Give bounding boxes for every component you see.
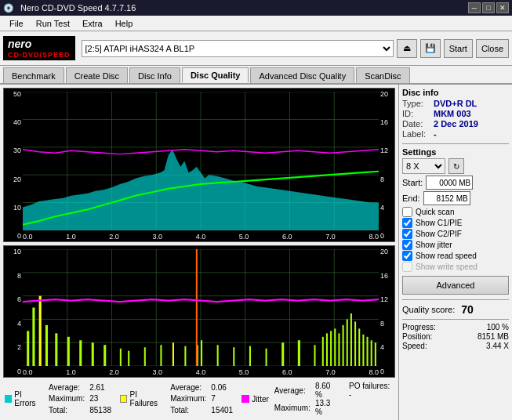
close-app-button[interactable]: Close bbox=[476, 39, 509, 58]
speed-row: Speed: 3.44 X bbox=[402, 342, 509, 350]
pi-failures-stats: Average:0.06 Maximum:7 Total:15401 bbox=[168, 382, 235, 416]
tab-disc-info[interactable]: Disc Info bbox=[129, 67, 180, 83]
progress-row: Progress: 100 % bbox=[402, 323, 509, 331]
jitter-color bbox=[241, 395, 249, 403]
quality-score-value: 70 bbox=[461, 303, 474, 316]
chart-pi-failures: 1086420 201612840 bbox=[3, 245, 395, 378]
pif-max-value: 7 bbox=[209, 393, 235, 405]
menu-help[interactable]: Help bbox=[109, 17, 140, 30]
chart2-y-left: 1086420 bbox=[4, 246, 23, 377]
show-c2pif-label: Show C2/PIF bbox=[416, 230, 462, 238]
disc-type-value: DVD+R DL bbox=[434, 99, 477, 108]
jit-avg-value: 8.60 % bbox=[313, 382, 340, 399]
app-icon: 💿 bbox=[3, 3, 14, 13]
drive-selector[interactable]: [2:5] ATAPI iHAS324 A BL1P bbox=[82, 40, 394, 57]
maximize-button[interactable]: □ bbox=[482, 2, 495, 13]
end-row: End: bbox=[402, 191, 509, 205]
quality-score-section: Quality score: 70 bbox=[402, 303, 509, 316]
svg-rect-48 bbox=[266, 349, 267, 366]
show-read-checkbox[interactable] bbox=[402, 251, 412, 261]
disc-id-value: MKM 003 bbox=[434, 109, 471, 118]
menu-run-test[interactable]: Run Test bbox=[30, 17, 76, 30]
tab-benchmark[interactable]: Benchmark bbox=[3, 67, 64, 83]
quick-scan-checkbox[interactable] bbox=[402, 207, 412, 217]
chart-pi-errors: 50403020100 201612840 bbox=[3, 88, 395, 242]
window-title: Nero CD-DVD Speed 4.7.7.16 bbox=[20, 3, 467, 13]
chart1-x-labels: 0.01.02.03.04.05.06.07.08.0 bbox=[23, 233, 379, 241]
pi-errors-legend: PI Errors bbox=[5, 382, 43, 416]
position-label: Position: bbox=[402, 332, 432, 341]
advanced-button[interactable]: Advanced bbox=[402, 276, 509, 295]
svg-rect-28 bbox=[32, 307, 34, 366]
position-value: 8151 MB bbox=[478, 332, 509, 341]
speed-label: Speed: bbox=[402, 342, 427, 350]
svg-rect-57 bbox=[343, 325, 344, 366]
chart2-inner bbox=[23, 249, 379, 366]
jit-max-value: 13.3 % bbox=[313, 399, 340, 416]
jitter-label: Jitter bbox=[252, 395, 269, 404]
show-read-label: Show read speed bbox=[416, 252, 477, 260]
tab-advanced-disc-quality[interactable]: Advanced Disc Quality bbox=[250, 67, 354, 83]
disc-id-label: ID: bbox=[402, 109, 430, 118]
show-c1pie-label: Show C1/PIE bbox=[416, 219, 462, 227]
menu-file[interactable]: File bbox=[3, 17, 30, 30]
pi-errors-group: PI Errors Average:2.61 Maximum:23 Total:… bbox=[5, 382, 114, 416]
disc-date-row: Date: 2 Dec 2019 bbox=[402, 119, 509, 129]
po-failures-label: PO failures: bbox=[349, 382, 390, 390]
tab-scan-disc[interactable]: ScanDisc bbox=[356, 67, 409, 83]
menu-extra[interactable]: Extra bbox=[76, 17, 109, 30]
titlebar: 💿 Nero CD-DVD Speed 4.7.7.16 ─ □ ✕ bbox=[0, 0, 512, 16]
pif-total-label: Total: bbox=[168, 404, 209, 416]
svg-rect-31 bbox=[55, 333, 57, 366]
svg-rect-64 bbox=[371, 340, 372, 366]
right-panel: Disc info Type: DVD+R DL ID: MKM 003 Dat… bbox=[398, 85, 512, 420]
speed-selector[interactable]: 8 X bbox=[402, 158, 445, 174]
jitter-group: Jitter Average:8.60 % Maximum:13.3 % bbox=[241, 382, 340, 416]
svg-rect-44 bbox=[201, 340, 202, 366]
show-jitter-checkbox[interactable] bbox=[402, 240, 412, 250]
tab-bar: Benchmark Create Disc Disc Info Disc Qua… bbox=[0, 66, 512, 85]
svg-rect-52 bbox=[322, 337, 324, 366]
minimize-button[interactable]: ─ bbox=[468, 2, 481, 13]
svg-rect-49 bbox=[281, 342, 284, 366]
svg-rect-60 bbox=[354, 321, 356, 366]
speed-value: 3.44 X bbox=[486, 342, 509, 350]
jit-max-label: Maximum: bbox=[272, 399, 313, 416]
end-label: End: bbox=[402, 194, 420, 203]
svg-rect-36 bbox=[120, 349, 122, 366]
save-button[interactable]: 💾 bbox=[420, 39, 441, 58]
refresh-button[interactable]: ↻ bbox=[448, 158, 464, 174]
pi-total-label: Total: bbox=[46, 404, 87, 416]
svg-rect-27 bbox=[27, 331, 29, 366]
show-c2pif-checkbox[interactable] bbox=[402, 229, 412, 239]
progress-label: Progress: bbox=[402, 323, 436, 331]
start-input[interactable] bbox=[426, 176, 473, 190]
speed-row: 8 X ↻ bbox=[402, 158, 509, 174]
svg-rect-38 bbox=[144, 347, 146, 366]
divider-2 bbox=[402, 299, 509, 300]
svg-rect-53 bbox=[326, 333, 328, 366]
disc-info-section: Disc info Type: DVD+R DL ID: MKM 003 Dat… bbox=[402, 88, 509, 139]
position-row: Position: 8151 MB bbox=[402, 332, 509, 341]
eject-button[interactable]: ⏏ bbox=[397, 39, 417, 58]
svg-rect-32 bbox=[67, 337, 70, 366]
tab-disc-quality[interactable]: Disc Quality bbox=[182, 67, 249, 83]
pi-avg-label: Average: bbox=[46, 382, 87, 393]
start-button[interactable]: Start bbox=[444, 39, 473, 58]
chart2-y-right: 201612840 bbox=[379, 246, 394, 377]
close-button[interactable]: ✕ bbox=[496, 2, 509, 13]
pi-errors-color bbox=[5, 395, 12, 403]
end-input[interactable] bbox=[423, 191, 470, 205]
svg-rect-33 bbox=[79, 340, 82, 366]
svg-rect-35 bbox=[103, 345, 106, 366]
show-write-checkbox bbox=[402, 262, 412, 272]
svg-rect-41 bbox=[184, 346, 186, 366]
divider-3 bbox=[402, 319, 509, 320]
svg-rect-46 bbox=[233, 347, 234, 366]
pif-total-value: 15401 bbox=[209, 404, 235, 416]
chart1-y-right: 201612840 bbox=[379, 89, 394, 241]
disc-id-row: ID: MKM 003 bbox=[402, 109, 509, 118]
show-c1pie-checkbox[interactable] bbox=[402, 218, 412, 228]
disc-type-row: Type: DVD+R DL bbox=[402, 99, 509, 108]
tab-create-disc[interactable]: Create Disc bbox=[66, 67, 128, 83]
